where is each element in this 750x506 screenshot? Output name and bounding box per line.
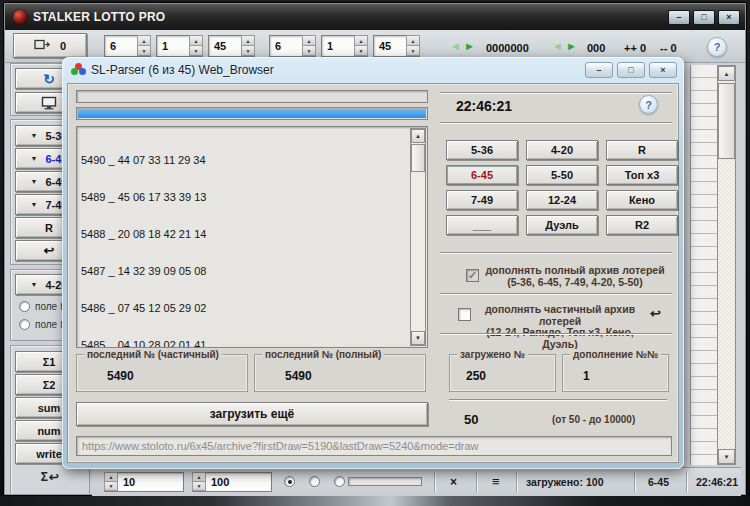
arrow-right-icon[interactable]: ►	[464, 40, 475, 52]
spinner-down-icon[interactable]: ▼	[406, 45, 420, 56]
last-partial-group: последний № (частичный) 5490	[76, 354, 248, 392]
chevron-down-icon: ▼	[31, 178, 38, 185]
list-item[interactable]: 5486 _ 07 45 12 05 29 02	[81, 302, 407, 314]
status-spinner-100[interactable]: 100 ▲▼	[192, 472, 272, 492]
return-icon: ↩	[44, 243, 55, 258]
url-field[interactable]: https://www.stoloto.ru/6x45/archive?firs…	[76, 436, 672, 456]
sigma-icon: Σ	[41, 470, 48, 484]
spinner-down-icon[interactable]: ▼	[192, 481, 206, 491]
scroll-down-icon[interactable]: ▼	[718, 449, 735, 464]
send-count-value: 0	[60, 40, 66, 52]
scroll-thumb[interactable]	[411, 144, 425, 172]
draw-list[interactable]: 5490 _ 44 07 33 11 29 34 5489 _ 45 06 17…	[76, 126, 428, 348]
send-count-box[interactable]: 0	[13, 33, 87, 58]
return-icon: ↩	[49, 470, 59, 484]
status-radio-2[interactable]	[309, 476, 320, 487]
full-archive-checkbox[interactable]: ✓	[466, 269, 479, 282]
list-item[interactable]: 5490 _ 44 07 33 11 29 34	[81, 154, 407, 166]
list-item[interactable]: 5488 _ 20 08 18 42 21 14	[81, 228, 407, 240]
main-window-controls: – □ ×	[668, 10, 740, 25]
game-button-550[interactable]: 5-50	[526, 165, 598, 185]
spinner-count-1[interactable]: 6 ▲▼	[104, 35, 151, 57]
spinner-arrows: ▲▼	[406, 36, 419, 56]
game-button-blank[interactable]: ___	[446, 215, 518, 235]
chevron-down-icon: ▼	[31, 132, 38, 139]
maximize-button[interactable]: □	[693, 10, 715, 25]
scroll-down-icon[interactable]: ▼	[411, 331, 425, 345]
spinner-down-icon[interactable]: ▼	[354, 45, 368, 56]
full-archive-label-line1: дополнять полный архив лотерей	[482, 265, 668, 277]
arrow-left-icon[interactable]: ◄	[450, 40, 461, 52]
list-item[interactable]: 5487 _ 14 32 39 09 05 08	[81, 265, 407, 277]
chevron-down-icon: ▼	[31, 281, 38, 288]
dialog-help-button[interactable]: ?	[639, 95, 658, 114]
arrow-right-icon[interactable]: ►	[566, 40, 577, 52]
divider	[440, 122, 672, 124]
game-button-duel[interactable]: Дуэль	[526, 215, 598, 235]
game-button-top3[interactable]: Топ x3	[606, 165, 678, 185]
scroll-thumb[interactable]	[718, 83, 735, 159]
scroll-up-icon[interactable]: ▲	[718, 66, 735, 81]
spinner-value: 45	[209, 36, 241, 56]
addition-value: 1	[563, 369, 668, 383]
game-button-keno[interactable]: Кено	[606, 190, 678, 210]
radio-icon	[19, 301, 30, 312]
game-button-420[interactable]: 4-20	[526, 140, 598, 160]
game-button-645-active[interactable]: 6-45	[446, 165, 518, 185]
spinner-down-icon[interactable]: ▼	[189, 45, 203, 56]
dialog-maximize-button[interactable]: □	[617, 62, 645, 78]
list-item[interactable]: 5485 _ 04 10 28 02 01 41	[81, 339, 407, 348]
dialog-icon	[71, 63, 86, 76]
spinner-down-icon[interactable]: ▼	[241, 45, 255, 56]
spinner-min-2[interactable]: 1 ▲▼	[321, 35, 368, 57]
list-scrollbar[interactable]: ▲ ▼	[410, 128, 426, 346]
divider	[434, 472, 436, 493]
game-button-r[interactable]: R	[606, 140, 678, 160]
sigma1-label: Σ1	[43, 356, 56, 368]
dialog-minimize-button[interactable]: –	[585, 62, 613, 78]
app-icon	[13, 10, 27, 24]
sigma2-label: Σ2	[43, 379, 56, 391]
draw-list-rows: 5490 _ 44 07 33 11 29 34 5489 _ 45 06 17…	[81, 129, 407, 347]
full-archive-label: дополнять полный архив лотерей (5-36, 6-…	[482, 265, 668, 288]
spinner-down-icon[interactable]: ▼	[104, 481, 118, 491]
game-button-r2[interactable]: R2	[606, 215, 678, 235]
partial-archive-checkbox[interactable]	[458, 308, 471, 321]
spinner-arrows: ▲▼	[302, 36, 315, 56]
return-button[interactable]: ↩	[650, 306, 661, 321]
sigma-return-button[interactable]: Σ↩	[11, 470, 89, 484]
list-icon[interactable]: ≡	[492, 474, 500, 489]
divider	[686, 472, 688, 493]
spinner-max-1[interactable]: 45 ▲▼	[208, 35, 255, 57]
game-button-749[interactable]: 7-49	[446, 190, 518, 210]
spinner-min-1[interactable]: 1 ▲▼	[156, 35, 203, 57]
status-spinner-10[interactable]: 10 ▲▼	[104, 472, 184, 492]
spinner-count-2[interactable]: 6 ▲▼	[269, 35, 316, 57]
game-button-1224[interactable]: 12-24	[526, 190, 598, 210]
blue-circle-icon	[79, 68, 86, 75]
main-vertical-scrollbar[interactable]: ▲ ▼	[717, 65, 736, 465]
chevron-down-icon: ▼	[31, 155, 38, 162]
green-circle-icon	[71, 68, 78, 75]
spinner-down-icon[interactable]: ▼	[302, 45, 316, 56]
status-radio-3[interactable]	[334, 476, 345, 487]
status-x-button[interactable]: ×	[450, 475, 457, 489]
list-item[interactable]: 5489 _ 45 06 17 33 39 13	[81, 191, 407, 203]
load-more-button[interactable]: загрузить ещё	[76, 402, 428, 426]
nav-arrows-small: ◄ ►	[552, 40, 577, 52]
game-button-536[interactable]: 5-36	[446, 140, 518, 160]
scroll-up-icon[interactable]: ▲	[411, 129, 425, 143]
toolbar-help-button[interactable]: ?	[707, 37, 727, 57]
dialog-close-button[interactable]: ×	[649, 62, 677, 78]
close-button[interactable]: ×	[718, 10, 740, 25]
spinner-down-icon[interactable]: ▼	[137, 45, 151, 56]
arrow-left-icon[interactable]: ◄	[552, 40, 563, 52]
spinner-max-2[interactable]: 45 ▲▼	[373, 35, 420, 57]
dialog-client: 22:46:21 ? 5490 _ 44 07 33 11 29 34 5489…	[67, 83, 679, 463]
status-radio-1[interactable]	[284, 476, 295, 487]
parser-dialog: SL-Parser (6 из 45) Web_Browser – □ × 22…	[62, 57, 684, 469]
minimize-button[interactable]: –	[668, 10, 690, 25]
partial-archive-label: дополнять частичный архив лотерей (12-24…	[474, 304, 646, 350]
addition-label: дополнение №№	[570, 349, 661, 360]
num-label: num	[37, 425, 60, 437]
